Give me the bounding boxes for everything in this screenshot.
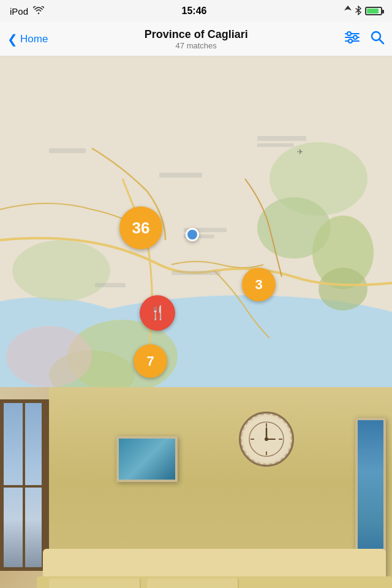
map-view[interactable]: ✈ ✈ 36 3 🍴 7: [0, 56, 392, 387]
svg-point-3: [347, 32, 351, 36]
back-button[interactable]: ❮ Home: [7, 32, 48, 47]
interior-photo: [0, 387, 392, 588]
svg-text:✈: ✈: [297, 148, 303, 156]
map-background: ✈ ✈: [0, 56, 392, 387]
page-title: Province of Cagliari: [48, 28, 344, 41]
location-icon: [344, 6, 352, 17]
bluetooth-icon: [355, 6, 361, 17]
back-chevron-icon: ❮: [7, 32, 18, 47]
sofa-back: [43, 549, 386, 579]
device-label: iPod: [10, 6, 28, 17]
status-left: iPod: [10, 6, 44, 17]
sofa-cushion-2: [147, 578, 239, 588]
cluster-marker-7[interactable]: 7: [134, 344, 167, 378]
battery-icon: [365, 7, 382, 15]
cluster-marker-36[interactable]: 36: [119, 206, 162, 249]
nav-center: Province of Cagliari 47 matches: [48, 28, 344, 50]
nav-actions: [344, 30, 385, 48]
clock-face: [239, 412, 294, 467]
match-count: 47 matches: [48, 41, 344, 50]
filter-button[interactable]: [344, 31, 360, 48]
status-right: [344, 6, 382, 17]
svg-point-12: [12, 240, 110, 301]
wall-painting-left: [116, 436, 178, 482]
svg-rect-18: [159, 173, 202, 178]
wifi-icon: [33, 6, 44, 17]
svg-point-5: [349, 39, 352, 43]
nav-bar: ❮ Home Province of Cagliari 47 matches: [0, 22, 392, 56]
svg-point-14: [318, 268, 368, 311]
sofa-cushion-1: [49, 578, 141, 588]
photo-strip: [0, 387, 392, 588]
search-button[interactable]: [370, 30, 385, 48]
current-location-marker: [186, 228, 199, 241]
svg-rect-19: [257, 136, 306, 141]
svg-rect-23: [172, 271, 221, 275]
svg-point-4: [353, 36, 357, 39]
status-bar: iPod 15:46: [0, 0, 392, 22]
svg-rect-20: [257, 143, 294, 147]
cluster-marker-3[interactable]: 3: [242, 268, 276, 301]
fork-knife-icon: 🍴: [149, 305, 166, 321]
svg-line-7: [380, 39, 384, 43]
window-left: [0, 399, 49, 571]
status-time: 15:46: [182, 6, 207, 17]
back-label[interactable]: Home: [20, 33, 48, 45]
svg-rect-17: [49, 148, 86, 153]
restaurant-marker[interactable]: 🍴: [140, 295, 175, 331]
svg-point-27: [6, 326, 92, 387]
wall-clock: [239, 412, 294, 467]
svg-rect-24: [95, 283, 126, 287]
window-divider-v: [23, 399, 25, 571]
